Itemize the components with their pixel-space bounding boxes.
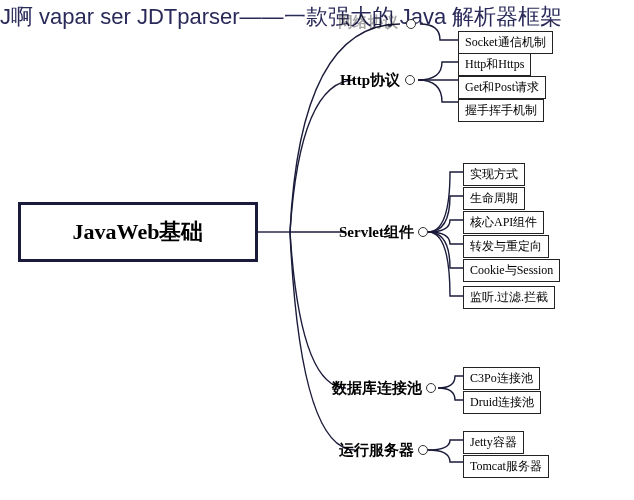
expand-circle: [418, 227, 428, 237]
expand-circle: [426, 383, 436, 393]
leaf-node: C3Po连接池: [463, 367, 540, 390]
root-node: JavaWeb基础: [18, 202, 258, 262]
leaf-node: 实现方式: [463, 163, 525, 186]
branch-node: Http协议: [322, 71, 400, 90]
branch-node: 数据库连接池: [322, 379, 422, 398]
leaf-node: Get和Post请求: [458, 76, 546, 99]
branch-node: 运行服务器: [322, 441, 414, 460]
leaf-node: Cookie与Session: [463, 259, 560, 282]
leaf-node: Socket通信机制: [458, 31, 553, 54]
leaf-node: 核心API组件: [463, 211, 544, 234]
expand-circle: [406, 19, 416, 29]
expand-circle: [418, 445, 428, 455]
leaf-node: Http和Https: [458, 53, 531, 76]
expand-circle: [405, 75, 415, 85]
leaf-node: 监听.过滤.拦截: [463, 286, 555, 309]
branch-node: 网络协议: [320, 13, 398, 32]
root-label: JavaWeb基础: [73, 217, 204, 247]
leaf-node: 生命周期: [463, 187, 525, 210]
page-title: J啊 vapar ser JDTparser——一款强大的 Java 解析器框架: [0, 2, 562, 32]
leaf-node: Tomcat服务器: [463, 455, 549, 478]
leaf-node: Druid连接池: [463, 391, 541, 414]
leaf-node: 转发与重定向: [463, 235, 549, 258]
branch-node: Servlet组件: [322, 223, 414, 242]
leaf-node: 握手挥手机制: [458, 99, 544, 122]
leaf-node: Jetty容器: [463, 431, 524, 454]
